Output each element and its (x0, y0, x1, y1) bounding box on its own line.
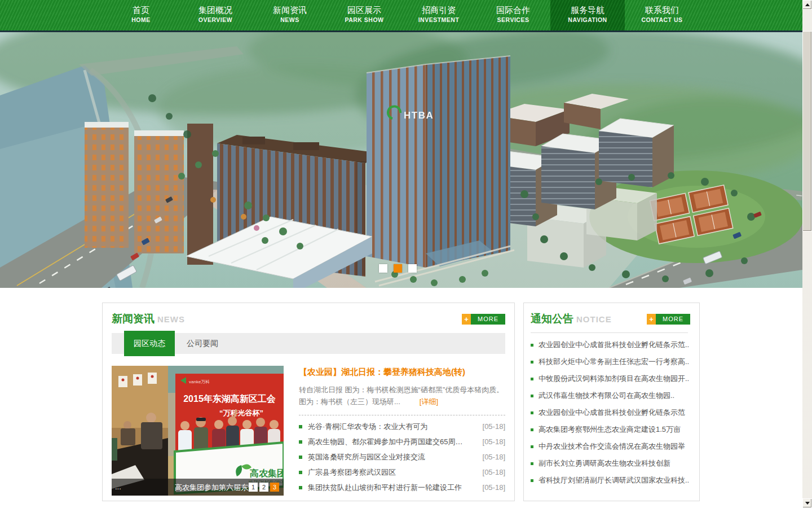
nav-item-park-show[interactable]: 园区展示 PARK SHOW (327, 0, 401, 30)
scroll-down-icon (805, 502, 810, 505)
carousel-dot-3[interactable] (408, 264, 417, 273)
caption-text: 高农集团参加第六届东湖 (175, 483, 255, 493)
photo-current-slide: vanke万科 2015年东湖高新区工会 “万科光谷杯” (168, 366, 284, 496)
nav-item-navigation[interactable]: 服务导航 NAVIGATION (550, 0, 625, 30)
nav-item-services[interactable]: 国际合作 SERVICES (476, 0, 550, 30)
nav-label-cn: 新闻资讯 (253, 5, 327, 16)
hero-residential-buildings (85, 122, 213, 265)
notice-item[interactable]: 科技部火炬中心常务副主任张志宏一行考察高.. (531, 353, 690, 370)
nav-label-en: HOME (104, 16, 178, 24)
news-item-date: [05-18] (483, 437, 505, 446)
nav-item-investment[interactable]: 招商引资 INVESTMENT (401, 0, 476, 30)
nav-label-cn: 国际合作 (476, 5, 550, 16)
nav-label-en: SERVICES (476, 16, 550, 24)
nav-item-home[interactable]: 首页 HOME (104, 0, 178, 30)
notice-item[interactable]: 高农集团考察鄂州生态农业商定建设1.5万亩 (531, 421, 690, 438)
notice-item-text: 中牧股份武汉饲料添加剂项目在高农生物园开.. ··· (539, 374, 690, 384)
news-item[interactable]: 集团扶贫队赴山坡街和平村进行新一轮建设工作 [05-18] (299, 480, 505, 495)
bullet-icon (299, 471, 302, 474)
news-panel: 新闻资讯 NEWS + MORE 园区动态 公司要闻 (102, 303, 515, 501)
bullet-icon (531, 361, 533, 364)
bullet-icon (531, 428, 533, 431)
news-item[interactable]: 广宗县考察团考察武汉园区 [05-18] (299, 465, 505, 480)
featured-body: 转自湖北日报 图为：梅书棋检测恩施“硒都黑”优质母本猪肉质。 图为：梅书棋（左三… (299, 384, 505, 408)
carousel-dot-2[interactable] (394, 264, 402, 273)
notice-more-button[interactable]: + MORE (647, 314, 690, 325)
tab-park-news[interactable]: 园区动态 (124, 331, 175, 356)
news-item-text: 高农生物园、都尔霍姆参加中丹两国建交65周… (308, 437, 478, 447)
scroll-down-button[interactable] (802, 498, 812, 508)
news-photo-carousel[interactable]: vanke万科 2015年东湖高新区工会 “万科光谷杯” (112, 366, 284, 496)
bullet-icon (299, 486, 302, 489)
news-more-button[interactable]: + MORE (462, 314, 505, 325)
nav-item-contact[interactable]: 联系我们 CONTACT US (625, 0, 699, 30)
plus-icon: + (462, 314, 471, 325)
news-item[interactable]: 高农生物园、都尔霍姆参加中丹两国建交65周… [05-18] (299, 434, 505, 449)
poster-subtitle: “万科光谷杯” (219, 409, 263, 417)
news-item-date: [05-18] (483, 468, 505, 476)
nav-item-news[interactable]: 新闻资讯 NEWS (253, 0, 327, 30)
notice-item-text: 农业园创业中心成首批科技创业孵化链条示范.. (539, 340, 689, 350)
pager-2[interactable]: 2 (259, 483, 268, 492)
tab-company-news[interactable]: 公司要闻 (187, 333, 218, 354)
notice-item[interactable]: 农业园创业中心成首批科技创业孵化链条示范 (531, 404, 690, 421)
poster-title: 2015年东湖高新区工会 (183, 393, 276, 404)
notice-panel-header: 通知公告 NOTICE + MORE (531, 310, 690, 327)
news-item-date: [05-18] (483, 422, 505, 431)
bullet-icon (531, 445, 533, 448)
bullet-icon (531, 395, 533, 397)
notice-item-text: 省科技厅刘望清副厅长调研武汉国家农业科技.. (539, 475, 689, 485)
news-tabs: 园区动态 公司要闻 (112, 333, 505, 354)
nav-item-overview[interactable]: 集团概况 OVERVIEW (178, 0, 253, 30)
notice-item[interactable]: 省科技厅刘望清副厅长调研武汉国家农业科技.. (531, 472, 690, 489)
featured-title[interactable]: 【农业园】湖北日报：攀登养猪科技高地(转) (299, 367, 505, 378)
nav-label-cn: 招商引资 (401, 5, 476, 16)
news-item[interactable]: 英国洛桑研究所与园区企业对接交流 [05-18] (299, 449, 505, 465)
poster-brand: vanke万科 (189, 379, 210, 384)
nav-label-en: OVERVIEW (178, 16, 253, 24)
pager-3[interactable]: 3 (270, 483, 279, 492)
tower-sign-text: HTBA (404, 110, 434, 121)
hero-banner: HTBA (0, 30, 802, 288)
pager-1[interactable]: 1 (249, 483, 258, 492)
plus-icon: + (647, 314, 656, 325)
notice-item[interactable]: 中丹农业技术合作交流会情况在高农生物园举 (531, 438, 690, 455)
nav-label-en: INVESTMENT (401, 16, 476, 24)
hero-top-edge (0, 30, 802, 32)
news-item-text: 光谷·青桐汇华农专场：农业大有可为 (308, 422, 478, 432)
news-list: 光谷·青桐汇华农专场：农业大有可为 [05-18] 高农生物园、都尔霍姆参加中丹… (299, 419, 505, 495)
vertical-scrollbar[interactable] (802, 0, 812, 508)
notice-divider (531, 332, 688, 333)
bullet-icon (299, 456, 302, 459)
nav-label-en: NAVIGATION (550, 16, 625, 24)
nav-label-cn: 园区展示 (327, 5, 401, 16)
bullet-icon (299, 425, 302, 428)
photo-prev-slide (112, 366, 168, 496)
notice-item[interactable]: 农业园创业中心成首批科技创业孵化链条示范.. (531, 336, 690, 353)
scrollbar-thumb[interactable] (802, 31, 812, 231)
bullet-icon (531, 462, 533, 465)
page: 首页 HOME 集团概况 OVERVIEW 新闻资讯 NEWS 园区展示 PAR… (0, 0, 812, 508)
news-item-date: [05-18] (483, 453, 505, 461)
scroll-up-button[interactable] (802, 0, 812, 10)
detail-link[interactable]: [详细] (420, 397, 438, 406)
news-item-text: 集团扶贫队赴山坡街和平村进行新一轮建设工作 (308, 483, 478, 493)
photo-caption-bar: ... 高农集团参加第六届东湖 1 2 3 (112, 479, 284, 496)
notice-title-cn: 通知公告 (531, 312, 573, 326)
hero-illustration: HTBA (0, 30, 802, 288)
notice-item-text: 武汉伟嘉生物技术有限公司在高农生物园.. (539, 391, 674, 401)
notice-item[interactable]: 武汉伟嘉生物技术有限公司在高农生物园.. (531, 387, 690, 404)
bullet-icon (531, 378, 533, 380)
nav-label-cn: 联系我们 (625, 5, 699, 16)
main-nav: 首页 HOME 集团概况 OVERVIEW 新闻资讯 NEWS 园区展示 PAR… (0, 0, 802, 30)
news-item-text: 英国洛桑研究所与园区企业对接交流 (308, 452, 478, 462)
carousel-dots (379, 264, 417, 273)
notice-item[interactable]: 副市长刘立勇调研高农生物农业科技创新 (531, 455, 690, 472)
news-item[interactable]: 光谷·青桐汇华农专场：农业大有可为 [05-18] (299, 419, 505, 434)
nav-label-en: NEWS (253, 16, 327, 24)
photo-pager: 1 2 3 (249, 483, 279, 492)
featured-article: 【农业园】湖北日报：攀登养猪科技高地(转) 转自湖北日报 图为：梅书棋检测恩施“… (299, 366, 505, 496)
notice-item[interactable]: 中牧股份武汉饲料添加剂项目在高农生物园开.. ··· (531, 370, 690, 387)
carousel-dot-1[interactable] (379, 264, 387, 273)
notice-item-text: 中丹农业技术合作交流会情况在高农生物园举 (539, 441, 685, 452)
